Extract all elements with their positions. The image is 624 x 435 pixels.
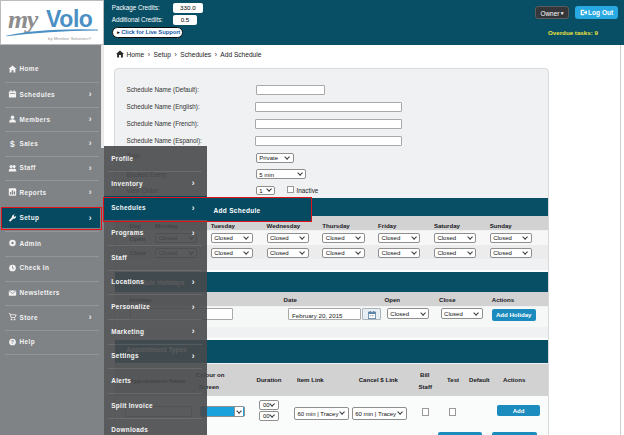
svg-text:?: ? [11, 339, 15, 345]
